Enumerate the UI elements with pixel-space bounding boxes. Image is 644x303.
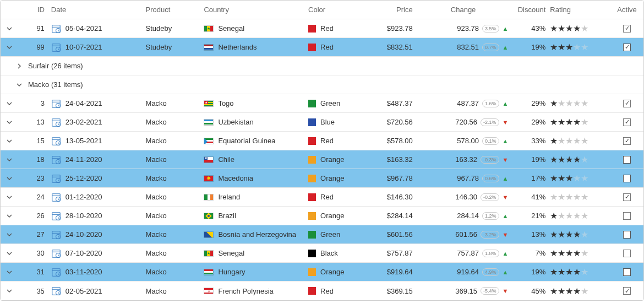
row-expand[interactable] bbox=[1, 119, 18, 126]
star-icon: ★ bbox=[581, 42, 588, 52]
row-expand[interactable] bbox=[1, 25, 18, 32]
chevron-down-icon bbox=[6, 231, 13, 238]
row-expand[interactable] bbox=[1, 288, 18, 294]
cell-rating[interactable]: ★★★★★ bbox=[550, 229, 610, 240]
row-expand[interactable] bbox=[1, 231, 18, 238]
color-text: Red bbox=[320, 24, 334, 33]
cell-rating[interactable]: ★★★★★ bbox=[550, 23, 610, 34]
row-expand[interactable] bbox=[1, 138, 18, 144]
cell-product: Studeby bbox=[146, 43, 204, 51]
cell-color: Red bbox=[308, 24, 363, 33]
active-checkbox[interactable] bbox=[623, 175, 631, 182]
table-row[interactable]: 31 03-11-2020 Macko Hungary Orange $919.… bbox=[1, 263, 643, 282]
cell-active: ✓ bbox=[610, 118, 643, 126]
table-row[interactable]: 18 24-11-2020 Macko ★ Chile Orange $163.… bbox=[1, 150, 643, 169]
row-expand[interactable] bbox=[1, 213, 18, 219]
row-expand[interactable] bbox=[1, 100, 18, 107]
header-color[interactable]: Color bbox=[308, 6, 363, 14]
cell-rating[interactable]: ★★★★★ bbox=[550, 42, 610, 52]
change-pct: -0.3% bbox=[481, 156, 499, 164]
change-pct: 0.6% bbox=[482, 175, 499, 182]
header-id[interactable]: ID bbox=[18, 6, 51, 14]
group-row[interactable]: Surfair (26 items) bbox=[1, 57, 643, 75]
star-icon: ★ bbox=[565, 173, 573, 183]
active-checkbox[interactable] bbox=[623, 268, 631, 276]
cell-discount: 7% bbox=[511, 249, 550, 257]
active-checkbox[interactable]: ✓ bbox=[623, 25, 631, 33]
change-pct: 0.1% bbox=[482, 137, 499, 145]
cell-rating[interactable]: ★★★★★ bbox=[550, 136, 610, 146]
cell-product: Macko bbox=[146, 230, 204, 239]
active-checkbox[interactable] bbox=[623, 231, 631, 239]
header-product[interactable]: Product bbox=[146, 6, 204, 14]
trend-up-icon: ▲ bbox=[503, 269, 509, 275]
cell-rating[interactable]: ★★★★★ bbox=[550, 192, 610, 202]
table-row[interactable]: 24 01-12-2020 Macko Ireland Red $146.30 … bbox=[1, 188, 643, 207]
table-row[interactable]: 13 23-02-2021 Macko Uzbekistan Blue $720… bbox=[1, 113, 643, 132]
row-expand[interactable] bbox=[1, 194, 18, 201]
table-row[interactable]: 15 13-05-2021 Macko Equatorial Guinea Re… bbox=[1, 132, 643, 150]
table-row[interactable]: 23 25-12-2020 Macko ✸ Macedonia Orange $… bbox=[1, 169, 643, 188]
header-date[interactable]: Date bbox=[51, 6, 146, 14]
star-icon: ★ bbox=[573, 42, 581, 52]
header-country[interactable]: Country bbox=[204, 6, 308, 14]
cell-rating[interactable]: ★★★★★ bbox=[550, 248, 610, 258]
chevron-down-icon bbox=[6, 269, 13, 275]
cell-product: Macko bbox=[146, 155, 204, 164]
cell-rating[interactable]: ★★★★★ bbox=[550, 173, 610, 183]
country-text: Ireland bbox=[218, 193, 240, 201]
group-row[interactable]: Macko (31 items) bbox=[1, 75, 643, 94]
flag-icon bbox=[204, 194, 214, 201]
cell-country: Hungary bbox=[204, 268, 308, 276]
cell-active bbox=[610, 212, 643, 220]
country-text: Uzbekistan bbox=[218, 118, 253, 126]
cell-rating[interactable]: ★★★★★ bbox=[550, 267, 610, 277]
row-expand[interactable] bbox=[1, 175, 18, 182]
cell-rating[interactable]: ★★★★★ bbox=[550, 117, 610, 127]
row-expand[interactable] bbox=[1, 44, 18, 51]
active-checkbox[interactable]: ✓ bbox=[623, 193, 631, 201]
active-checkbox[interactable]: ✓ bbox=[623, 137, 631, 145]
calendar-icon bbox=[51, 155, 61, 165]
cell-rating[interactable]: ★★★★★ bbox=[550, 286, 610, 296]
cell-rating[interactable]: ★★★★★ bbox=[550, 98, 610, 109]
cell-change: 967.78 0.6% ▲ bbox=[418, 174, 512, 182]
active-checkbox[interactable]: ✓ bbox=[623, 100, 631, 107]
header-discount[interactable]: Discount bbox=[511, 6, 550, 14]
header-price[interactable]: Price bbox=[363, 6, 418, 14]
cell-rating[interactable]: ★★★★★ bbox=[550, 154, 610, 165]
active-checkbox[interactable] bbox=[623, 212, 631, 220]
row-expand[interactable] bbox=[1, 156, 18, 163]
cell-product: Macko bbox=[146, 137, 204, 145]
active-checkbox[interactable] bbox=[623, 250, 631, 257]
header-active[interactable]: Active bbox=[610, 6, 643, 14]
chevron-right-icon bbox=[16, 63, 23, 69]
change-value: 284.14 bbox=[457, 212, 479, 220]
table-row[interactable]: 35 02-05-2021 Macko ☀ French Polynesia R… bbox=[1, 282, 643, 300]
svg-line-24 bbox=[58, 143, 59, 143]
row-expand[interactable] bbox=[1, 250, 18, 257]
cell-id: 31 bbox=[18, 268, 51, 276]
flag-icon bbox=[204, 213, 214, 219]
country-text: Equatorial Guinea bbox=[218, 137, 275, 145]
cell-date: 05-04-2021 bbox=[51, 24, 146, 34]
header-rating[interactable]: Rating bbox=[550, 6, 610, 14]
table-row[interactable]: 3 24-04-2021 Macko ★ Togo Green $487.37 … bbox=[1, 94, 643, 113]
active-checkbox[interactable]: ✓ bbox=[623, 287, 631, 295]
header-change[interactable]: Change bbox=[418, 6, 512, 14]
table-row[interactable]: 27 24-10-2020 Macko Bosnia and Herzegovi… bbox=[1, 225, 643, 244]
country-text: Macedonia bbox=[218, 174, 253, 182]
table-row[interactable]: 91 05-04-2021 Studeby ★ Senegal Red $923… bbox=[1, 19, 643, 38]
table-row[interactable]: 99 10-07-2021 Studeby Netherlands Red $8… bbox=[1, 38, 643, 57]
change-value: 923.78 bbox=[457, 24, 479, 33]
star-icon: ★ bbox=[573, 248, 581, 258]
active-checkbox[interactable]: ✓ bbox=[623, 118, 631, 126]
cell-rating[interactable]: ★★★★★ bbox=[550, 210, 610, 221]
active-checkbox[interactable]: ✓ bbox=[623, 44, 631, 51]
star-icon: ★ bbox=[573, 117, 581, 127]
row-expand[interactable] bbox=[1, 269, 18, 275]
data-grid: ID Date Product Country Color Price Chan… bbox=[0, 0, 644, 301]
active-checkbox[interactable] bbox=[623, 156, 631, 164]
table-row[interactable]: 30 07-10-2020 Macko ★ Senegal Black $757… bbox=[1, 244, 643, 263]
table-row[interactable]: 26 28-10-2020 Macko Brazil Orange $284.1… bbox=[1, 207, 643, 225]
